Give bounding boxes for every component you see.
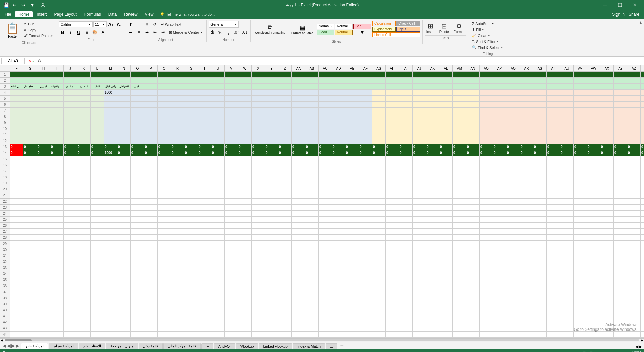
grid-cell-R42[interactable] bbox=[171, 319, 184, 325]
grid-cell-K12[interactable] bbox=[77, 138, 91, 144]
grid-cell-AD41[interactable] bbox=[332, 313, 345, 319]
grid-cell-L28[interactable] bbox=[91, 235, 104, 241]
grid-cell-AR7[interactable] bbox=[520, 108, 533, 114]
grid-cell-AX38[interactable] bbox=[600, 295, 614, 301]
grid-cell-O44[interactable] bbox=[131, 332, 144, 338]
grid-cell-W26[interactable] bbox=[238, 223, 252, 229]
grid-cell-AG34[interactable] bbox=[372, 271, 386, 277]
grid-cell-AZ44[interactable] bbox=[627, 332, 641, 338]
grid-cell-AB21[interactable] bbox=[305, 192, 319, 199]
grid-cell-X2[interactable] bbox=[252, 78, 265, 84]
grid-cell-AV35[interactable] bbox=[574, 277, 587, 283]
row-number-37[interactable]: 37 bbox=[0, 289, 10, 295]
grid-cell-I20[interactable] bbox=[50, 186, 64, 192]
grid-cell-W5[interactable] bbox=[238, 96, 252, 102]
grid-cell-N20[interactable] bbox=[117, 186, 131, 192]
grid-cell-F15[interactable] bbox=[10, 156, 23, 162]
row-number-44[interactable]: 44 bbox=[0, 332, 10, 338]
grid-cell-AF15[interactable] bbox=[359, 156, 372, 162]
grid-cell-O35[interactable] bbox=[131, 277, 144, 283]
grid-cell-F31[interactable] bbox=[10, 253, 23, 259]
grid-cell-U37[interactable] bbox=[211, 289, 225, 295]
grid-cell-N32[interactable] bbox=[117, 259, 131, 265]
grid-cell-S42[interactable] bbox=[184, 319, 198, 325]
grid-cell-L11[interactable] bbox=[91, 132, 104, 138]
grid-cell-AD23[interactable] bbox=[332, 205, 345, 211]
grid-cell-AV43[interactable] bbox=[574, 325, 587, 332]
grid-cell-K10[interactable] bbox=[77, 126, 91, 132]
grid-cell-AS10[interactable] bbox=[533, 126, 547, 132]
grid-cell-AJ29[interactable] bbox=[413, 241, 426, 247]
grid-cell-J2[interactable] bbox=[64, 78, 77, 84]
grid-cell-AN29[interactable] bbox=[466, 241, 480, 247]
grid-cell-J12[interactable] bbox=[64, 138, 77, 144]
grid-cell-AL33[interactable] bbox=[439, 265, 453, 271]
grid-cell-AZ16[interactable] bbox=[627, 162, 641, 168]
column-header-G[interactable]: G bbox=[23, 65, 37, 71]
grid-cell-AD8[interactable] bbox=[332, 114, 345, 120]
grid-cell-G37[interactable] bbox=[23, 289, 37, 295]
grid-cell-AS45[interactable] bbox=[533, 338, 547, 338]
grid-cell-U40[interactable] bbox=[211, 307, 225, 313]
redo-icon[interactable]: ↪ bbox=[20, 2, 27, 8]
grid-cell-V19[interactable] bbox=[225, 180, 238, 186]
grid-cell-AO11[interactable] bbox=[480, 132, 493, 138]
column-header-AP[interactable]: AP bbox=[493, 65, 506, 71]
grid-cell-AS21[interactable] bbox=[533, 192, 547, 199]
grid-cell-AT18[interactable] bbox=[547, 174, 560, 180]
grid-cell-G9[interactable] bbox=[23, 120, 37, 126]
grid-cell-G16[interactable] bbox=[23, 162, 37, 168]
grid-cell-AT45[interactable] bbox=[547, 338, 560, 338]
grid-cell-AJ24[interactable] bbox=[413, 211, 426, 217]
cell-reference-box[interactable] bbox=[1, 58, 25, 64]
grid-cell-AE6[interactable] bbox=[345, 102, 359, 108]
grid-cell-K17[interactable] bbox=[77, 168, 91, 174]
menu-view[interactable]: View bbox=[142, 11, 157, 17]
grid-cell-P18[interactable] bbox=[144, 174, 158, 180]
grid-cell-F40[interactable] bbox=[10, 307, 23, 313]
grid-cell-T18[interactable] bbox=[198, 174, 211, 180]
grid-cell-AD13[interactable]: 0 bbox=[332, 144, 345, 150]
grid-cell-AI6[interactable] bbox=[399, 102, 413, 108]
merge-center-button[interactable]: ⊞ Merge & Center ▼ bbox=[167, 30, 205, 35]
grid-cell-AA35[interactable] bbox=[292, 277, 305, 283]
grid-cell-AQ30[interactable] bbox=[506, 247, 520, 253]
conditional-formatting-button[interactable]: ⧉ Conditional Formatting bbox=[253, 23, 288, 35]
grid-cell-F8[interactable] bbox=[10, 114, 23, 120]
grid-cell-Z35[interactable] bbox=[278, 277, 292, 283]
grid-cell-AD16[interactable] bbox=[332, 162, 345, 168]
grid-cell-AF31[interactable] bbox=[359, 253, 372, 259]
grid-cell-V26[interactable] bbox=[225, 223, 238, 229]
grid-cell-AQ26[interactable] bbox=[506, 223, 520, 229]
grid-cell-I14[interactable]: 0 bbox=[50, 150, 64, 156]
grid-cell-L2[interactable] bbox=[91, 78, 104, 84]
row-number-27[interactable]: 27 bbox=[0, 229, 10, 235]
column-header-AM[interactable]: AM bbox=[453, 65, 466, 71]
grid-cell-AS15[interactable] bbox=[533, 156, 547, 162]
grid-cell-AM26[interactable] bbox=[453, 223, 466, 229]
grid-cell-AR4[interactable] bbox=[520, 90, 533, 96]
grid-cell-J9[interactable] bbox=[64, 120, 77, 126]
grid-cell-AO24[interactable] bbox=[480, 211, 493, 217]
grid-cell-BA39[interactable] bbox=[641, 301, 644, 307]
grid-cell-Y37[interactable] bbox=[265, 289, 278, 295]
grid-cell-AL22[interactable] bbox=[439, 199, 453, 205]
grid-cell-R34[interactable] bbox=[171, 271, 184, 277]
grid-cell-AQ25[interactable] bbox=[506, 217, 520, 223]
grid-cell-AK17[interactable] bbox=[426, 168, 439, 174]
grid-cell-Q21[interactable] bbox=[158, 192, 171, 199]
grid-cell-V11[interactable] bbox=[225, 132, 238, 138]
grid-cell-AJ36[interactable] bbox=[413, 283, 426, 289]
grid-cell-AI39[interactable] bbox=[399, 301, 413, 307]
grid-cell-AF12[interactable] bbox=[359, 138, 372, 144]
grid-cell-T7[interactable] bbox=[198, 108, 211, 114]
grid-cell-AL37[interactable] bbox=[439, 289, 453, 295]
grid-cell-Q3[interactable] bbox=[158, 84, 171, 90]
decrease-indent-button[interactable]: ⇤ bbox=[151, 29, 159, 36]
grid-cell-M41[interactable] bbox=[104, 313, 117, 319]
grid-cell-O18[interactable] bbox=[131, 174, 144, 180]
grid-cell-AN45[interactable] bbox=[466, 338, 480, 338]
grid-cell-AS8[interactable] bbox=[533, 114, 547, 120]
grid-cell-AN38[interactable] bbox=[466, 295, 480, 301]
grid-cell-AP19[interactable] bbox=[493, 180, 506, 186]
